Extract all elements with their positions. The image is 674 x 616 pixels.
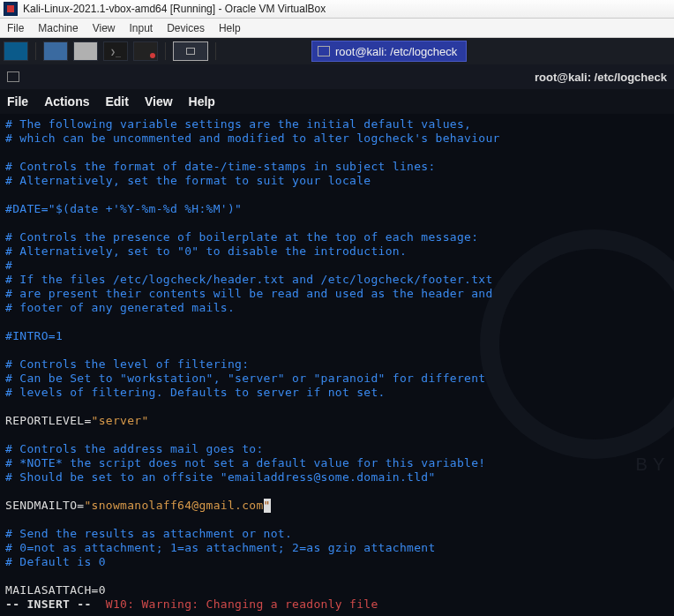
term-menu-edit[interactable]: Edit xyxy=(105,94,128,109)
term-menu-actions[interactable]: Actions xyxy=(44,94,89,109)
term-menu-file[interactable]: File xyxy=(7,94,28,109)
taskbar-window-label: root@kali: /etc/logcheck xyxy=(335,45,457,58)
terminal-titlebar: root@kali: /etc/logcheck xyxy=(0,64,674,89)
terminal-icon xyxy=(318,46,330,56)
vbox-window-title: Kali-Linux-2021.1-vbox-amd64 [Running] -… xyxy=(23,3,326,15)
virtualbox-icon xyxy=(4,2,18,16)
vbox-menu-file[interactable]: File xyxy=(7,22,24,34)
panel-separator xyxy=(215,42,216,60)
term-menu-help[interactable]: Help xyxy=(189,94,215,109)
workspace-1-button[interactable] xyxy=(173,41,208,61)
panel-separator xyxy=(165,42,166,60)
window-thumb-icon xyxy=(186,48,195,55)
vbox-titlebar: Kali-Linux-2021.1-vbox-amd64 [Running] -… xyxy=(0,0,674,19)
terminal-icon xyxy=(7,71,19,82)
terminal-body[interactable]: # The following variable settings are th… xyxy=(0,114,674,615)
kali-menu-icon[interactable] xyxy=(4,41,28,61)
kali-top-panel: ❯_ root@kali: /etc/logcheck xyxy=(0,38,674,64)
term-menu-view[interactable]: View xyxy=(145,94,173,109)
vbox-menu-input[interactable]: Input xyxy=(130,22,154,34)
terminal-menubar: File Actions Edit View Help xyxy=(0,89,674,114)
vbox-menu-help[interactable]: Help xyxy=(219,22,241,34)
vbox-menu-view[interactable]: View xyxy=(93,22,116,34)
firefox-icon[interactable] xyxy=(73,41,98,61)
terminal-window-title: root@kali: /etc/logcheck xyxy=(535,71,667,84)
taskbar-active-window[interactable]: root@kali: /etc/logcheck xyxy=(311,41,467,62)
panel-separator xyxy=(35,42,36,60)
vbox-menu-machine[interactable]: Machine xyxy=(38,22,78,34)
vbox-menu-devices[interactable]: Devices xyxy=(167,22,205,34)
vbox-menubar: File Machine View Input Devices Help xyxy=(0,19,674,38)
terminal-launcher-icon[interactable]: ❯_ xyxy=(103,41,128,61)
cherrytree-icon[interactable] xyxy=(133,41,158,61)
text-cursor: " xyxy=(264,499,271,513)
file-manager-icon[interactable] xyxy=(43,41,68,61)
